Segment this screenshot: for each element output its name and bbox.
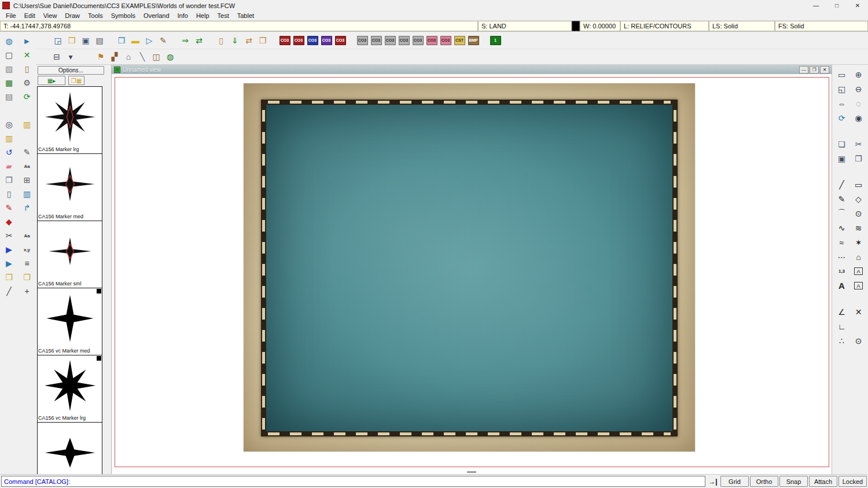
zoom-window-icon[interactable]: ◱ [833, 82, 850, 96]
symbol-card[interactable] [37, 422, 102, 474]
symbol-options-icon[interactable]: ▾ [64, 50, 78, 64]
angle-node-icon[interactable]: ∠ [833, 304, 850, 319]
path-tool-icon[interactable]: ⋯ [833, 249, 850, 264]
view-title-bar[interactable]: Unnamed view —❐✕ [112, 65, 832, 74]
layer-1-button[interactable]: 1 [488, 34, 502, 47]
ortho-toggle-button[interactable]: Ortho [750, 476, 778, 487]
catalog-open-icon[interactable]: ▯ [214, 34, 228, 47]
refresh-icon[interactable]: ⟳ [19, 90, 35, 104]
pen-knife-icon[interactable]: ╲ [135, 50, 149, 64]
zoom-extents-icon[interactable]: ▭ [833, 67, 850, 82]
symbol-set-5-button[interactable]: CO3 [411, 34, 425, 47]
menu-overland[interactable]: Overland [139, 12, 174, 19]
drawing-canvas[interactable] [112, 74, 832, 474]
zoom-full-icon[interactable]: ◉ [850, 111, 867, 125]
snap-toggle-button[interactable]: Snap [779, 476, 808, 487]
catalog-options-button[interactable]: Options... [38, 66, 104, 75]
view-minimize-button[interactable]: — [799, 66, 808, 74]
symbol-set-4-button[interactable]: CO3 [397, 34, 411, 47]
catalog-load-button[interactable]: ❒▦ [68, 76, 84, 85]
canvas-resize-handle[interactable] [467, 471, 476, 473]
label-frame-icon[interactable]: A [850, 264, 867, 278]
current-color-swatch[interactable] [572, 21, 580, 31]
play-script-icon[interactable]: ▶ [1, 256, 17, 270]
view-close-button[interactable]: ✕ [820, 66, 829, 74]
grid-overlay-icon[interactable]: ▦ [1, 76, 17, 90]
view-restore-button[interactable]: ❐ [810, 66, 819, 74]
page-annotate-icon[interactable]: ✎ [156, 34, 170, 47]
settings-wrench-icon[interactable]: ⚙ [19, 76, 35, 90]
polygon-tool-icon[interactable]: ◇ [850, 192, 867, 206]
catalog-style-vegetation-button[interactable]: CO3 [292, 34, 306, 47]
symbol-set-bmp-button[interactable]: BMP [466, 34, 480, 47]
catalog-style-terrain-button[interactable]: CO3 [306, 34, 319, 47]
sheets-icon[interactable]: ▥ [1, 131, 17, 145]
red-marker-icon[interactable]: ✎ [1, 201, 17, 215]
menu-info[interactable]: Info [174, 12, 192, 19]
trim-icon[interactable]: ✂ [1, 229, 17, 243]
catalog-display-button[interactable]: ▦▸ [38, 76, 65, 85]
close-button[interactable]: ✕ [847, 0, 868, 11]
undo-icon[interactable]: ↺ [1, 145, 17, 159]
divide-icon[interactable]: ∴ [833, 333, 850, 348]
selection-box-icon[interactable]: ▢ [1, 48, 17, 62]
explode-icon[interactable]: ✕ [850, 304, 867, 319]
new-drawing-icon[interactable]: ◲ [51, 34, 65, 47]
menu-test[interactable]: Test [214, 12, 233, 19]
view-pages-icon[interactable]: ❐ [115, 34, 128, 47]
open-drawing-icon[interactable]: ❒ [65, 34, 79, 47]
catalog-style-markers-button[interactable]: CO3 [333, 34, 347, 47]
clipboard-copy-icon[interactable]: ❏ [833, 137, 850, 151]
snap-point-icon[interactable]: + [19, 284, 35, 298]
folder-catalog-icon[interactable]: ❒ [19, 270, 35, 284]
branch-icon[interactable]: ↱ [19, 201, 35, 215]
print-icon[interactable]: ▤ [93, 34, 106, 47]
zoom-in-icon[interactable]: ⊕ [850, 67, 867, 82]
text-box-icon[interactable]: A [850, 278, 867, 293]
erase-x-icon[interactable]: ✕ [19, 48, 35, 62]
menu-tools[interactable]: Tools [84, 12, 107, 19]
command-history-button[interactable]: →| [707, 476, 719, 487]
insert-file-icon[interactable]: ⇒ [178, 34, 192, 47]
page-forward-icon[interactable]: ▷ [142, 34, 156, 47]
folder-tools-icon[interactable]: ❒ [1, 270, 17, 284]
extract-file-icon[interactable]: ⇄ [192, 34, 206, 47]
xy-coords-icon[interactable]: x,y [19, 243, 35, 256]
symbol-card[interactable]: CA156 Marker med [37, 153, 102, 221]
symbol-set-6-button[interactable]: CO3 [425, 34, 439, 47]
play-macro-icon[interactable]: ▶ [1, 243, 17, 256]
eraser-icon[interactable]: ▰ [1, 159, 17, 173]
dimension-tool-icon[interactable]: 1,3 [833, 264, 850, 278]
zoom-previous-icon[interactable]: ◌ [850, 96, 867, 111]
fill-style-field[interactable]: FS: Solid [775, 21, 868, 31]
notes-stack-icon[interactable]: ▥ [19, 118, 35, 131]
symbol-set-1-button[interactable]: CO3 [355, 34, 369, 47]
symbol-manager-icon[interactable]: ⊟ [50, 50, 64, 64]
line-width-field[interactable]: W: 0.00000 [580, 21, 620, 31]
attach-toggle-button[interactable]: Attach [809, 476, 837, 487]
menu-view[interactable]: View [39, 12, 61, 19]
menu-draw[interactable]: Draw [61, 12, 84, 19]
sheet-field[interactable]: S: LAND [478, 21, 572, 31]
redraw-icon[interactable]: ⟳ [833, 111, 850, 125]
catalog-import-icon[interactable]: ⇓ [228, 34, 242, 47]
maximize-button[interactable]: □ [826, 0, 847, 11]
catalog-folder-icon[interactable]: ❒ [256, 34, 270, 47]
mountain-tool-icon[interactable]: ⌂ [122, 50, 135, 64]
corner-node-icon[interactable]: ∟ [833, 319, 850, 333]
text-tool-icon[interactable]: A [833, 278, 850, 293]
grid-toggle-button[interactable]: Grid [720, 476, 749, 487]
brush-tool-icon[interactable]: ▞ [108, 50, 122, 64]
save-icon[interactable]: ▣ [79, 34, 93, 47]
blank-page-icon[interactable]: ▯ [1, 187, 17, 201]
clipboard-paste-icon[interactable]: ▣ [833, 151, 850, 166]
copy-pages-icon[interactable]: ❐ [1, 173, 17, 187]
pencil-icon[interactable]: ✎ [19, 145, 35, 159]
starburst-tool-icon[interactable]: ✶ [850, 235, 867, 249]
catalog-exchange-icon[interactable]: ⇄ [242, 34, 256, 47]
line-tool-icon[interactable]: ╱ [833, 177, 850, 192]
symbol-card[interactable]: CA156 Marker lrg [37, 86, 102, 154]
arc-tool-icon[interactable]: ⌒ [833, 206, 850, 221]
pencil-tool-icon[interactable]: ✎ [833, 192, 850, 206]
line-style-field[interactable]: LS: Solid [709, 21, 775, 31]
